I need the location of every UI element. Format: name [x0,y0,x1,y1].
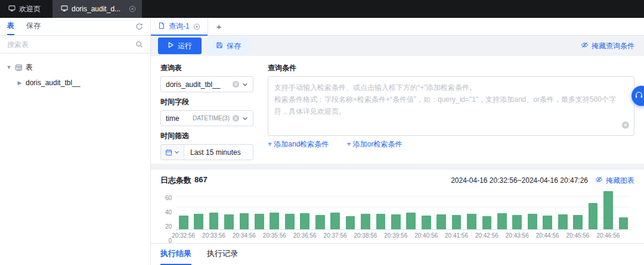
clear-icon[interactable] [621,121,630,131]
chart-bar [558,214,568,229]
time-filter-picker[interactable]: Last 15 minutes [160,144,253,160]
chart-bar [270,213,279,229]
table-select[interactable]: doris_audit_tbl__ [160,76,253,92]
time-field-select[interactable]: time DATETIME(3) [160,110,253,126]
search-icon[interactable] [135,40,143,48]
query-tab-strip: 查询-1 + [151,18,644,36]
section-divider [151,164,644,170]
chart-bar [224,214,234,229]
chart-x-tick: 20:44:56 [536,232,559,239]
chart-header: 日志条数 867 2024-04-16 20:32:56~2024-04-16 … [160,175,634,186]
hide-conditions-label: 掩藏查询条件 [592,41,634,51]
chart-bar [512,215,522,229]
chart-bar [467,214,476,229]
time-filter-label: 时间筛选 [160,131,253,141]
chart-x-tick: 20:33:56 [202,232,225,239]
app-window: 欢迎页 doris_audit_d... 表 保存 [0,0,644,265]
table-search-input[interactable] [7,40,132,49]
query-form: 查询表 doris_audit_tbl__ 时间字段 time DATETIM [151,56,644,164]
chart-bar [619,217,628,229]
save-button[interactable]: 保存 [208,38,249,54]
chart-plot [176,188,631,230]
clear-icon[interactable] [232,80,240,88]
window-tab-doris-audit[interactable]: doris_audit_d... [52,0,142,18]
sidebar-tab-saved[interactable]: 保存 [26,18,41,35]
log-count: 867 [194,175,208,186]
add-query-tab-button[interactable]: + [208,18,230,35]
window-tab-label: doris_audit_d... [72,5,120,13]
chart-bar [240,213,249,229]
chart-bar [179,216,188,229]
chart-x-tick: 20:34:56 [233,232,256,239]
tab-execution-history[interactable]: 执行记录 [207,244,238,265]
close-icon[interactable] [129,5,136,13]
table-select-label: 查询表 [160,63,253,73]
chart-bar [255,214,264,229]
chart-x-tick: 20:43:56 [506,232,529,239]
result-tab-label: 执行记录 [207,248,238,259]
chevron-down-icon[interactable] [242,116,248,121]
chart-bar [209,213,219,229]
refresh-icon[interactable] [135,18,143,35]
caret-right-icon[interactable]: ▶ [17,80,23,86]
monitor-icon [8,5,16,14]
conditions-input[interactable] [268,76,634,136]
play-icon [168,42,174,50]
time-filter-mode[interactable] [161,145,184,160]
chart-bar [573,215,583,229]
chevron-down-icon[interactable] [242,82,248,88]
chart-bar [436,214,446,229]
chart-bar [300,213,309,229]
chart-bar [194,214,203,229]
eye-invisible-icon [581,41,589,51]
add-or-condition-link[interactable]: + 添加or检索条件 [346,139,402,149]
chart-time-range: 2024-04-16 20:32:56~2024-04-16 20:47:26 [451,176,588,185]
chart-bar [603,191,613,229]
chart-bar [346,216,355,229]
chart-bar [376,214,386,229]
chart-bar [452,215,462,229]
chart-bar [528,214,537,229]
clear-icon[interactable] [232,114,240,122]
tab-execution-result[interactable]: 执行结果 [160,244,191,265]
sidebar-tabs: 表 保存 [0,18,150,36]
hide-conditions-link[interactable]: 掩藏查询条件 [581,41,637,51]
main-panel: 查询-1 + 运行 [151,18,644,265]
caret-down-icon[interactable]: ▼ [6,64,12,70]
sidebar-tab-tables[interactable]: 表 [7,18,14,35]
chart-bar [543,216,552,229]
file-icon [158,22,165,31]
chart-x-tick: 20:37:56 [324,232,347,239]
window-tab-bar: 欢迎页 doris_audit_d... [0,0,644,18]
window-tab-welcome[interactable]: 欢迎页 [0,0,49,18]
chart-bar [482,216,492,229]
headset-icon [634,91,643,101]
chart-x-tick: 20:42:56 [475,232,499,239]
window-tab-label: 欢迎页 [19,4,41,14]
hide-chart-label: 掩藏图表 [606,176,634,186]
chart-x-tick: 20:45:56 [566,232,590,239]
chart-x-tick: 20:40:56 [414,232,438,239]
run-button-label: 运行 [178,41,192,51]
tree-node-tables-root[interactable]: ▼ 表 [6,60,144,75]
table-search [0,36,150,54]
hide-chart-link[interactable]: 掩藏图表 [595,176,634,186]
tree-node-label: doris_audit_tbl__ [26,79,80,87]
chart-x-tick: 20:39:56 [384,232,407,239]
close-icon[interactable] [193,23,200,30]
result-tab-label: 执行结果 [160,248,191,259]
run-button[interactable]: 运行 [158,38,202,54]
chart-x-tick: 20:36:56 [293,232,317,239]
monitor-icon [61,5,68,14]
query-tab[interactable]: 查询-1 [151,18,208,35]
bar-chart: 0204060 20:32:5620:33:5620:34:5620:35:56… [160,188,634,242]
log-chart-card: 日志条数 867 2024-04-16 20:32:56~2024-04-16 … [151,170,644,243]
chart-bar [497,213,507,229]
tree-node-doris-audit-tbl[interactable]: ▶ doris_audit_tbl__ [6,75,144,91]
add-and-condition-link[interactable]: + 添加and检索条件 [268,139,329,149]
chart-x-tick: 20:32:56 [172,232,195,239]
save-icon [216,42,223,51]
calendar-icon [165,149,172,156]
chart-x-tick: 20:46:56 [596,232,620,239]
sidebar-tab-label: 保存 [26,21,41,31]
